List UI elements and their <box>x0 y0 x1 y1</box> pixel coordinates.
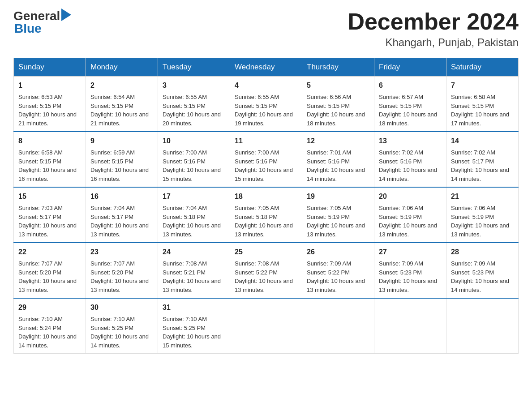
day-number: 12 <box>307 136 369 146</box>
sunset-text: Sunset: 5:18 PM <box>235 214 278 220</box>
sunrise-text: Sunrise: 7:09 AM <box>307 260 351 267</box>
sunrise-text: Sunrise: 7:02 AM <box>451 149 495 156</box>
sunrise-text: Sunrise: 7:04 AM <box>90 205 135 211</box>
calendar-cell: 6Sunrise: 6:57 AMSunset: 5:15 PMDaylight… <box>374 77 446 132</box>
daylight-text: Daylight: 10 hours and 14 minutes. <box>307 167 365 182</box>
calendar-cell: 26Sunrise: 7:09 AMSunset: 5:22 PMDayligh… <box>302 243 374 298</box>
daylight-text: Daylight: 10 hours and 16 minutes. <box>18 167 77 182</box>
daylight-text: Daylight: 10 hours and 19 minutes. <box>235 111 293 127</box>
day-header-wednesday: Wednesday <box>230 58 302 77</box>
sunrise-text: Sunrise: 7:08 AM <box>163 260 207 267</box>
day-header-thursday: Thursday <box>302 58 374 77</box>
sunset-text: Sunset: 5:23 PM <box>451 269 494 276</box>
calendar-cell: 24Sunrise: 7:08 AMSunset: 5:21 PMDayligh… <box>158 243 230 298</box>
sunset-text: Sunset: 5:20 PM <box>90 269 133 276</box>
sunrise-text: Sunrise: 7:06 AM <box>379 205 423 211</box>
daylight-text: Daylight: 10 hours and 13 minutes. <box>307 278 365 293</box>
calendar-cell: 12Sunrise: 7:01 AMSunset: 5:16 PMDayligh… <box>302 132 374 187</box>
daylight-text: Daylight: 10 hours and 13 minutes. <box>90 278 149 293</box>
day-number: 29 <box>18 302 81 313</box>
days-header-row: SundayMondayTuesdayWednesdayThursdayFrid… <box>14 58 519 77</box>
day-number: 13 <box>379 136 442 146</box>
calendar-cell: 17Sunrise: 7:04 AMSunset: 5:18 PMDayligh… <box>158 187 230 243</box>
day-number: 23 <box>90 247 153 257</box>
sunset-text: Sunset: 5:22 PM <box>235 269 278 276</box>
day-number: 7 <box>451 80 514 91</box>
daylight-text: Daylight: 10 hours and 13 minutes. <box>379 278 437 293</box>
calendar-cell: 22Sunrise: 7:07 AMSunset: 5:20 PMDayligh… <box>14 243 86 298</box>
week-row-5: 29Sunrise: 7:10 AMSunset: 5:24 PMDayligh… <box>14 298 519 354</box>
day-number: 27 <box>379 247 442 257</box>
day-header-saturday: Saturday <box>446 58 519 77</box>
day-number: 21 <box>451 191 514 202</box>
day-number: 31 <box>163 302 225 313</box>
daylight-text: Daylight: 10 hours and 13 minutes. <box>18 222 77 238</box>
page-header: General Blue December 2024 Khangarh, Pun… <box>13 9 519 49</box>
calendar-cell: 8Sunrise: 6:58 AMSunset: 5:15 PMDaylight… <box>14 132 86 187</box>
day-number: 30 <box>90 302 153 313</box>
sunset-text: Sunset: 5:15 PM <box>18 103 61 109</box>
daylight-text: Daylight: 10 hours and 14 minutes. <box>90 333 149 349</box>
sunrise-text: Sunrise: 6:58 AM <box>18 149 63 156</box>
day-number: 18 <box>235 191 297 202</box>
day-number: 19 <box>307 191 369 202</box>
week-row-3: 15Sunrise: 7:03 AMSunset: 5:17 PMDayligh… <box>14 187 519 243</box>
calendar-cell: 1Sunrise: 6:53 AMSunset: 5:15 PMDaylight… <box>14 77 86 132</box>
day-header-monday: Monday <box>86 58 158 77</box>
sunrise-text: Sunrise: 6:56 AM <box>307 94 351 100</box>
sunrise-text: Sunrise: 7:05 AM <box>235 205 279 211</box>
day-number: 26 <box>307 247 369 257</box>
day-number: 22 <box>18 247 81 257</box>
day-number: 17 <box>163 191 225 202</box>
sunrise-text: Sunrise: 7:07 AM <box>90 260 135 267</box>
sunrise-text: Sunrise: 7:02 AM <box>379 149 423 156</box>
daylight-text: Daylight: 10 hours and 15 minutes. <box>163 333 221 349</box>
week-row-1: 1Sunrise: 6:53 AMSunset: 5:15 PMDaylight… <box>14 77 519 132</box>
month-title: December 2024 <box>348 9 519 34</box>
sunset-text: Sunset: 5:25 PM <box>90 325 133 331</box>
day-number: 25 <box>235 247 297 257</box>
calendar-cell: 15Sunrise: 7:03 AMSunset: 5:17 PMDayligh… <box>14 187 86 243</box>
logo: General Blue <box>13 9 71 36</box>
sunset-text: Sunset: 5:20 PM <box>18 269 61 276</box>
sunset-text: Sunset: 5:19 PM <box>379 214 422 220</box>
sunrise-text: Sunrise: 7:04 AM <box>163 205 207 211</box>
week-row-2: 8Sunrise: 6:58 AMSunset: 5:15 PMDaylight… <box>14 132 519 187</box>
daylight-text: Daylight: 10 hours and 16 minutes. <box>90 167 149 182</box>
day-number: 14 <box>451 136 514 146</box>
calendar-cell <box>374 298 446 354</box>
sunrise-text: Sunrise: 7:09 AM <box>379 260 423 267</box>
sunrise-text: Sunrise: 6:53 AM <box>18 94 63 100</box>
sunrise-text: Sunrise: 7:10 AM <box>163 316 207 322</box>
calendar-cell: 3Sunrise: 6:55 AMSunset: 5:15 PMDaylight… <box>158 77 230 132</box>
sunrise-text: Sunrise: 7:00 AM <box>235 149 279 156</box>
daylight-text: Daylight: 10 hours and 17 minutes. <box>451 111 509 127</box>
sunset-text: Sunset: 5:16 PM <box>163 158 206 165</box>
calendar-cell <box>230 298 302 354</box>
calendar-cell: 31Sunrise: 7:10 AMSunset: 5:25 PMDayligh… <box>158 298 230 354</box>
sunrise-text: Sunrise: 7:01 AM <box>307 149 351 156</box>
daylight-text: Daylight: 10 hours and 13 minutes. <box>235 222 293 238</box>
daylight-text: Daylight: 10 hours and 14 minutes. <box>379 167 437 182</box>
sunrise-text: Sunrise: 7:06 AM <box>451 205 495 211</box>
day-number: 24 <box>163 247 225 257</box>
sunrise-text: Sunrise: 6:59 AM <box>90 149 135 156</box>
day-number: 3 <box>163 80 225 91</box>
sunset-text: Sunset: 5:22 PM <box>307 269 350 276</box>
sunset-text: Sunset: 5:25 PM <box>163 325 206 331</box>
calendar-cell: 14Sunrise: 7:02 AMSunset: 5:17 PMDayligh… <box>446 132 519 187</box>
calendar-cell <box>302 298 374 354</box>
daylight-text: Daylight: 10 hours and 13 minutes. <box>90 222 149 238</box>
daylight-text: Daylight: 10 hours and 14 minutes. <box>451 167 509 182</box>
calendar-cell <box>446 298 519 354</box>
sunrise-text: Sunrise: 7:10 AM <box>18 316 63 322</box>
calendar-cell: 11Sunrise: 7:00 AMSunset: 5:16 PMDayligh… <box>230 132 302 187</box>
sunset-text: Sunset: 5:16 PM <box>379 158 422 165</box>
day-number: 2 <box>90 80 153 91</box>
sunrise-text: Sunrise: 7:07 AM <box>18 260 63 267</box>
daylight-text: Daylight: 10 hours and 13 minutes. <box>307 222 365 238</box>
sunrise-text: Sunrise: 6:55 AM <box>235 94 279 100</box>
daylight-text: Daylight: 10 hours and 13 minutes. <box>163 222 221 238</box>
calendar-cell: 4Sunrise: 6:55 AMSunset: 5:15 PMDaylight… <box>230 77 302 132</box>
day-number: 20 <box>379 191 442 202</box>
